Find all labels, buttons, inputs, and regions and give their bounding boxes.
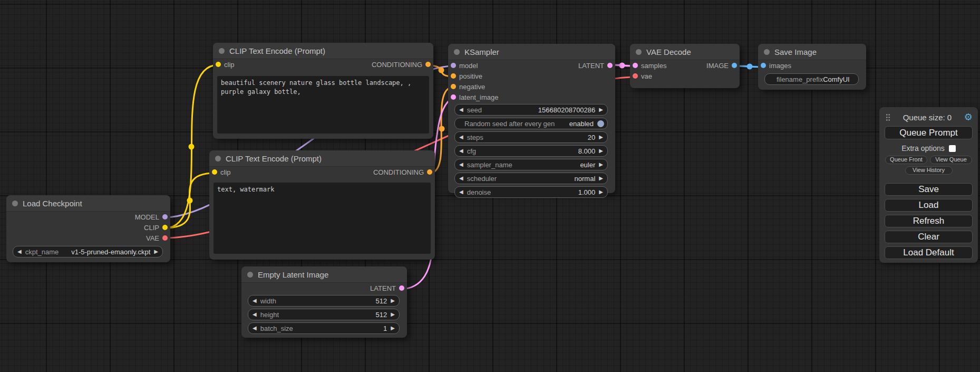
- load-default-button[interactable]: Load Default: [885, 246, 973, 259]
- output-dot-conditioning[interactable]: [425, 62, 431, 67]
- output-dot-clip[interactable]: [162, 225, 168, 230]
- refresh-button[interactable]: Refresh: [885, 215, 973, 227]
- input-dot-latent-image[interactable]: [451, 94, 456, 100]
- input-dot-images[interactable]: [761, 63, 766, 68]
- input-dot-negative[interactable]: [451, 84, 456, 89]
- increment-arrow-icon[interactable]: ▶: [391, 298, 395, 303]
- node-header[interactable]: KSampler: [448, 44, 615, 60]
- input-dot-samples[interactable]: [633, 63, 638, 68]
- decrement-arrow-icon[interactable]: ◀: [459, 189, 463, 195]
- collapse-dot-icon[interactable]: [454, 49, 460, 55]
- decrement-arrow-icon[interactable]: ◀: [17, 249, 22, 254]
- slot-row: negative: [448, 81, 615, 92]
- output-slot-model: MODEL: [6, 212, 170, 222]
- toggle-knob-icon[interactable]: [597, 120, 604, 127]
- extra-options-checkbox[interactable]: [949, 145, 956, 152]
- output-dot-conditioning[interactable]: [427, 169, 432, 175]
- increment-arrow-icon[interactable]: ▶: [391, 326, 395, 331]
- collapse-dot-icon[interactable]: [636, 49, 642, 55]
- widget-steps[interactable]: ◀ steps 20 ▶: [454, 131, 608, 143]
- increment-arrow-icon[interactable]: ▶: [599, 148, 603, 154]
- view-queue-button[interactable]: View Queue: [930, 156, 972, 164]
- prompt-textarea[interactable]: text, watermark: [214, 183, 431, 254]
- increment-arrow-icon[interactable]: ▶: [599, 107, 603, 112]
- output-slot-clip: CLIP: [6, 222, 170, 233]
- decrement-arrow-icon[interactable]: ◀: [253, 312, 257, 317]
- input-dot-vae[interactable]: [633, 73, 638, 79]
- collapse-dot-icon[interactable]: [247, 272, 253, 278]
- node-title: KSampler: [464, 47, 499, 56]
- node-clip-text-encode-positive[interactable]: CLIP Text Encode (Prompt) clip CONDITION…: [213, 43, 433, 139]
- input-dot-clip[interactable]: [216, 62, 221, 67]
- node-header[interactable]: VAE Decode: [630, 44, 740, 60]
- decrement-arrow-icon[interactable]: ◀: [459, 148, 463, 154]
- queue-size-label: Queue size: 0: [890, 113, 964, 122]
- increment-arrow-icon[interactable]: ▶: [599, 176, 603, 181]
- widget-random-seed[interactable]: Random seed after every gen enabled: [454, 118, 608, 129]
- node-header[interactable]: Empty Latent Image: [241, 266, 407, 283]
- node-load-checkpoint[interactable]: Load Checkpoint MODEL CLIP VAE ◀ ckpt_na…: [6, 195, 170, 262]
- node-clip-text-encode-negative[interactable]: CLIP Text Encode (Prompt) clip CONDITION…: [209, 150, 435, 260]
- save-button[interactable]: Save: [885, 183, 973, 196]
- queue-small-buttons: Queue Front View Queue: [885, 156, 972, 164]
- link-midpoint-dot: [187, 198, 193, 204]
- queue-prompt-button[interactable]: Queue Prompt: [885, 126, 973, 139]
- input-dot-positive[interactable]: [451, 73, 456, 79]
- input-dot-model[interactable]: [451, 63, 456, 68]
- decrement-arrow-icon[interactable]: ◀: [459, 176, 463, 181]
- node-header[interactable]: Save Image: [758, 44, 866, 60]
- increment-arrow-icon[interactable]: ▶: [391, 312, 395, 317]
- output-dot-vae[interactable]: [162, 235, 168, 241]
- node-header[interactable]: CLIP Text Encode (Prompt): [213, 43, 433, 59]
- increment-arrow-icon[interactable]: ▶: [599, 189, 603, 195]
- output-dot-latent[interactable]: [607, 63, 613, 68]
- widget-seed[interactable]: ◀ seed 156680208700286 ▶: [454, 104, 608, 116]
- queue-front-button[interactable]: Queue Front: [885, 156, 927, 164]
- load-button[interactable]: Load: [885, 199, 973, 212]
- link-midpoint-dot: [619, 63, 625, 69]
- widget-ckpt-name[interactable]: ◀ ckpt_name v1-5-pruned-emaonly.ckpt ▶: [13, 246, 163, 257]
- widget-denoise[interactable]: ◀ denoise 1.000 ▶: [454, 186, 608, 198]
- widget-height[interactable]: ◀ height 512 ▶: [248, 309, 400, 320]
- extra-options-row: Extra options: [879, 144, 978, 152]
- node-save-image[interactable]: Save Image images filename_prefix ComfyU…: [758, 44, 866, 90]
- widget-width[interactable]: ◀ width 512 ▶: [248, 295, 400, 307]
- clear-button[interactable]: Clear: [885, 231, 973, 243]
- decrement-arrow-icon[interactable]: ◀: [253, 326, 257, 331]
- node-header[interactable]: CLIP Text Encode (Prompt): [209, 150, 435, 167]
- slot-row: model LATENT: [448, 60, 615, 71]
- node-graph-canvas[interactable]: Load Checkpoint MODEL CLIP VAE ◀ ckpt_na…: [0, 0, 980, 372]
- widget-filename-prefix[interactable]: filename_prefix ComfyUI: [764, 73, 859, 85]
- input-dot-clip[interactable]: [212, 169, 217, 175]
- slot-row: LATENT: [241, 283, 407, 293]
- increment-arrow-icon[interactable]: ▶: [599, 135, 603, 140]
- collapse-dot-icon[interactable]: [215, 156, 221, 161]
- node-header[interactable]: Load Checkpoint: [6, 195, 170, 212]
- prompt-textarea[interactable]: beautiful scenery nature glass bottle la…: [217, 76, 429, 133]
- node-title: Save Image: [774, 47, 817, 56]
- node-vae-decode[interactable]: VAE Decode samples IMAGE vae: [630, 44, 740, 88]
- decrement-arrow-icon[interactable]: ◀: [459, 162, 463, 167]
- slot-row: samples IMAGE: [630, 60, 740, 71]
- node-ksampler[interactable]: KSampler model LATENT positive negative …: [448, 44, 615, 193]
- collapse-dot-icon[interactable]: [219, 48, 225, 54]
- output-dot-latent[interactable]: [399, 285, 404, 291]
- widget-batch-size[interactable]: ◀ batch_size 1 ▶: [248, 322, 400, 334]
- view-history-button[interactable]: View History: [905, 166, 953, 175]
- node-empty-latent-image[interactable]: Empty Latent Image LATENT ◀ width 512 ▶ …: [241, 266, 407, 338]
- drag-handle-icon[interactable]: [886, 113, 890, 121]
- decrement-arrow-icon[interactable]: ◀: [253, 298, 257, 303]
- settings-gear-icon[interactable]: ⚙: [964, 112, 973, 122]
- output-dot-model[interactable]: [162, 214, 168, 220]
- collapse-dot-icon[interactable]: [764, 49, 770, 55]
- widget-cfg[interactable]: ◀ cfg 8.000 ▶: [454, 145, 608, 157]
- decrement-arrow-icon[interactable]: ◀: [459, 107, 463, 112]
- increment-arrow-icon[interactable]: ▶: [599, 162, 603, 167]
- widget-sampler-name[interactable]: ◀ sampler_name euler ▶: [454, 159, 608, 170]
- output-dot-image[interactable]: [732, 63, 737, 68]
- node-title: VAE Decode: [646, 47, 691, 56]
- increment-arrow-icon[interactable]: ▶: [154, 249, 158, 254]
- decrement-arrow-icon[interactable]: ◀: [459, 135, 463, 140]
- collapse-dot-icon[interactable]: [12, 201, 18, 206]
- widget-scheduler[interactable]: ◀ scheduler normal ▶: [454, 173, 608, 184]
